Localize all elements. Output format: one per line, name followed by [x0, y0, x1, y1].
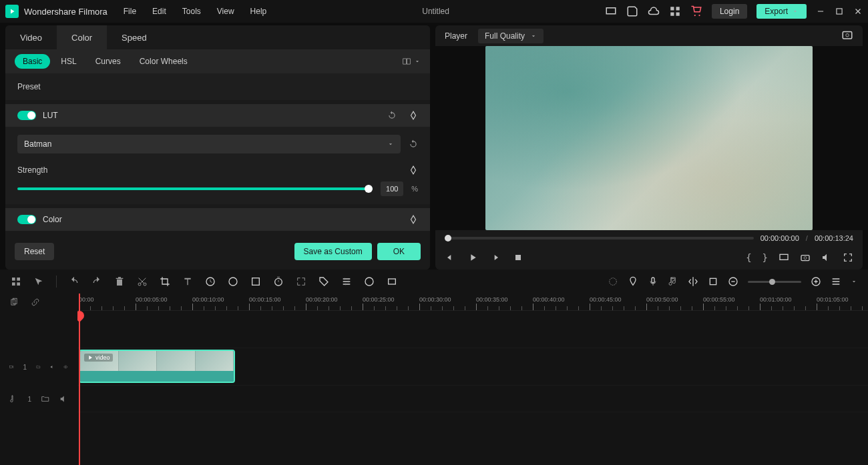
svg-rect-17: [12, 278, 15, 281]
color-icon[interactable]: [228, 276, 238, 287]
time-ruler[interactable]: 00:0000:00:05:0000:00:10:0000:00:15:0000…: [77, 294, 868, 311]
login-button[interactable]: Login: [712, 4, 747, 19]
reset-icon[interactable]: [387, 111, 397, 120]
export-button[interactable]: Export: [756, 4, 807, 19]
keyframe-icon[interactable]: [409, 111, 418, 120]
mark-in-icon[interactable]: {: [746, 252, 751, 263]
mute-icon[interactable]: [50, 362, 55, 372]
grid-icon[interactable]: [669, 5, 681, 17]
cloud-icon[interactable]: [648, 5, 660, 17]
strength-slider[interactable]: [17, 187, 373, 190]
playhead[interactable]: [79, 294, 80, 465]
globe-icon[interactable]: [364, 276, 375, 287]
svg-rect-25: [252, 278, 260, 286]
tag-icon[interactable]: [318, 276, 329, 287]
audio-track[interactable]: [77, 386, 868, 412]
video-clip[interactable]: video: [79, 350, 235, 383]
display-icon[interactable]: [779, 252, 789, 263]
cut-icon[interactable]: [137, 276, 148, 287]
keyframe-icon[interactable]: [409, 165, 418, 175]
timer-icon[interactable]: [273, 276, 284, 287]
chevron-down-icon[interactable]: [414, 58, 421, 65]
menu-help[interactable]: Help: [250, 7, 267, 16]
minimize-icon[interactable]: [816, 7, 825, 16]
scrubber[interactable]: [445, 237, 754, 240]
mic-icon[interactable]: [648, 276, 658, 287]
zoom-in-icon[interactable]: [811, 276, 821, 287]
redo-icon[interactable]: [91, 276, 102, 287]
quality-dropdown[interactable]: Full Quality: [478, 29, 544, 43]
strength-value[interactable]: 100: [381, 181, 403, 196]
subtab-basic[interactable]: Basic: [15, 54, 50, 69]
tab-color[interactable]: Color: [57, 25, 107, 49]
chevron-down-icon[interactable]: [851, 278, 857, 285]
list-icon[interactable]: [831, 276, 841, 287]
zoom-slider[interactable]: [748, 281, 801, 283]
marker-icon[interactable]: [628, 276, 638, 287]
timeline-tracks[interactable]: 00:0000:00:05:0000:00:10:0000:00:15:0000…: [77, 294, 868, 465]
camera-icon[interactable]: [800, 252, 811, 263]
layout-icon[interactable]: [11, 276, 21, 287]
subtab-curves[interactable]: Curves: [87, 54, 129, 69]
color-toggle[interactable]: [17, 215, 36, 224]
effects-icon[interactable]: [250, 276, 261, 287]
save-custom-button[interactable]: Save as Custom: [294, 243, 372, 260]
maximize-icon[interactable]: [835, 7, 844, 16]
svg-rect-11: [843, 32, 852, 39]
render-icon[interactable]: [608, 276, 618, 287]
stop-icon[interactable]: [513, 252, 523, 263]
preview-area: [435, 46, 863, 230]
preset-header[interactable]: Preset: [5, 73, 430, 100]
tab-video[interactable]: Video: [5, 25, 57, 49]
zoom-out-icon[interactable]: [728, 276, 738, 287]
volume-icon[interactable]: [821, 252, 832, 263]
reset-icon[interactable]: [409, 139, 418, 149]
svg-rect-37: [11, 300, 15, 305]
text-icon[interactable]: [182, 276, 193, 287]
compare-icon[interactable]: [402, 57, 411, 66]
tab-speed[interactable]: Speed: [107, 25, 162, 49]
cart-icon[interactable]: [690, 5, 702, 17]
ok-button[interactable]: OK: [377, 243, 421, 260]
prev-frame-icon[interactable]: [445, 252, 455, 263]
menu-edit[interactable]: Edit: [152, 7, 166, 16]
video-track[interactable]: video: [77, 348, 868, 386]
app-name: Wondershare Filmora: [24, 7, 107, 17]
folder-icon[interactable]: [41, 394, 49, 404]
next-frame-icon[interactable]: [490, 252, 501, 263]
undo-icon[interactable]: [69, 276, 79, 287]
track-headers: 1 1: [0, 294, 77, 465]
crop-icon[interactable]: [160, 276, 170, 287]
adjust-icon[interactable]: [341, 276, 352, 287]
folder-icon[interactable]: [36, 362, 41, 372]
lut-toggle[interactable]: [17, 111, 36, 120]
expand-icon[interactable]: [296, 276, 306, 287]
fullscreen-icon[interactable]: [843, 252, 853, 263]
audio-icon[interactable]: [668, 276, 678, 287]
speed-icon[interactable]: [205, 276, 216, 287]
mute-icon[interactable]: [59, 394, 68, 404]
mark-out-icon[interactable]: }: [763, 252, 768, 263]
save-icon[interactable]: [626, 5, 638, 17]
lut-label: LUT: [43, 111, 387, 120]
link-icon[interactable]: [31, 298, 40, 307]
menu-tools[interactable]: Tools: [182, 7, 201, 16]
lut-dropdown[interactable]: Batman: [17, 135, 401, 153]
menu-file[interactable]: File: [124, 7, 136, 16]
split-icon[interactable]: [688, 276, 698, 287]
snapshot-icon[interactable]: [841, 29, 853, 41]
close-icon[interactable]: [853, 7, 863, 16]
copy-icon[interactable]: [9, 298, 19, 307]
cursor-icon[interactable]: [33, 276, 44, 287]
clip-icon[interactable]: [387, 276, 397, 287]
subtab-hsl[interactable]: HSL: [53, 54, 84, 69]
keyframe-icon[interactable]: [409, 215, 418, 224]
marker2-icon[interactable]: [708, 276, 718, 287]
menu-view[interactable]: View: [217, 7, 234, 16]
delete-icon[interactable]: [114, 276, 125, 287]
play-icon[interactable]: [467, 252, 478, 263]
screen-icon[interactable]: [605, 5, 617, 17]
subtab-color-wheels[interactable]: Color Wheels: [132, 54, 196, 69]
eye-icon[interactable]: [63, 362, 68, 372]
reset-button[interactable]: Reset: [15, 243, 54, 260]
